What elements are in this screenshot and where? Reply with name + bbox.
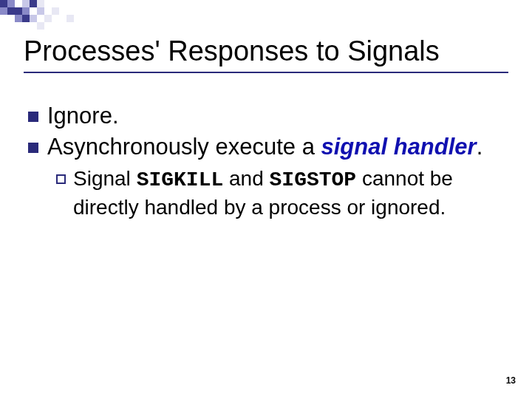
bullet-text: Asynchronously execute a signal handler. [47, 132, 508, 162]
code-sigkill: SIGKILL [137, 168, 224, 191]
code-sigstop: SIGSTOP [270, 168, 357, 191]
hollow-square-bullet-icon [56, 174, 66, 184]
subbullet-sigkill-sigstop: Signal SIGKILL and SIGSTOP cannot be dir… [56, 166, 508, 221]
square-bullet-icon [28, 112, 38, 122]
text-fragment: and [223, 167, 269, 190]
content-area: Ignore. Asynchronously execute a signal … [24, 101, 508, 221]
bullet-text: Ignore. [47, 101, 508, 131]
text-fragment: Asynchronously execute a [47, 134, 321, 160]
bullet-async-handler: Asynchronously execute a signal handler. [28, 132, 508, 162]
slide-body: Processes' Responses to Signals Ignore. … [0, 0, 532, 399]
text-fragment: . [477, 134, 483, 160]
bullet-text: Signal SIGKILL and SIGSTOP cannot be dir… [73, 166, 508, 221]
bullet-ignore: Ignore. [28, 101, 508, 131]
page-number: 13 [506, 375, 516, 386]
page-title: Processes' Responses to Signals [24, 35, 508, 67]
square-bullet-icon [28, 143, 38, 153]
text-fragment: Signal [73, 167, 137, 190]
title-underline [24, 72, 508, 73]
emphasis-signal-handler: signal handler [321, 134, 477, 160]
